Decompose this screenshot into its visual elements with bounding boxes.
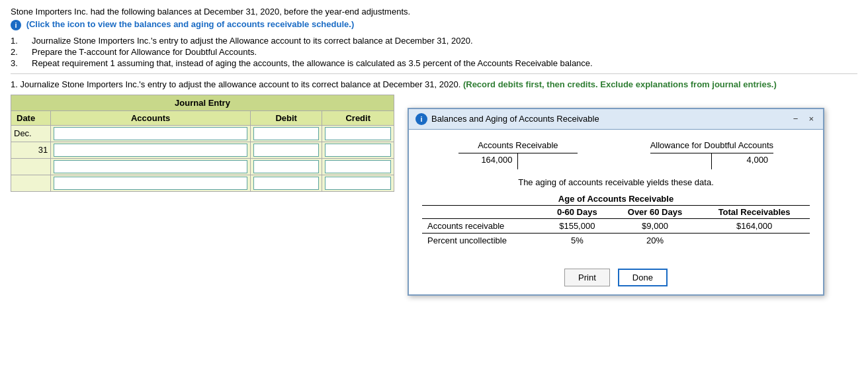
- instruction-item-2: 2. Prepare the T-account for Allowance f…: [11, 47, 857, 57]
- date-month-2: [11, 158, 51, 175]
- accounts-input-3[interactable]: [54, 177, 247, 190]
- aging-row1-col1: $155,000: [543, 218, 611, 233]
- popup-dialog: i Balances and Aging of Accounts Receiva…: [408, 108, 824, 296]
- ar-right-value: [518, 153, 578, 169]
- info-icon[interactable]: i: [11, 20, 21, 30]
- t-account-allowance: Allowance for Doubtful Accounts 4,000: [650, 140, 773, 169]
- intro-text: Stone Importers Inc. had the following b…: [11, 7, 410, 17]
- popup-header: i Balances and Aging of Accounts Receiva…: [409, 109, 823, 130]
- aging-col-header-row: 0-60 Days Over 60 Days Total Receivables: [422, 205, 810, 218]
- instructions-list: 1. Journalize Stone Importers Inc.'s ent…: [11, 36, 857, 68]
- credit-input-1[interactable]: [325, 127, 391, 140]
- instruction-item-1: 1. Journalize Stone Importers Inc.'s ent…: [11, 36, 857, 46]
- aging-row2-col3: [699, 233, 810, 247]
- debit-input-1[interactable]: [253, 127, 320, 140]
- col-header-3: Total Receivables: [699, 205, 810, 218]
- done-button[interactable]: Done: [618, 269, 668, 286]
- debit-cell-3[interactable]: [250, 175, 322, 191]
- intro-paragraph: Stone Importers Inc. had the following b…: [11, 7, 857, 17]
- debit-cell-1[interactable]: [250, 125, 322, 142]
- date-day-1: 31: [11, 142, 51, 158]
- instruction-num-1: 1.: [11, 36, 32, 46]
- popup-overlay: i Balances and Aging of Accounts Receiva…: [408, 95, 857, 296]
- aging-section-header: Age of Accounts Receivable: [422, 192, 810, 206]
- ar-left-value: 164,000: [458, 153, 519, 169]
- journal-row-2: [11, 158, 394, 175]
- aging-data-row-2: Percent uncollectible 5% 20%: [422, 233, 810, 247]
- debit-input-3[interactable]: [253, 177, 320, 190]
- popup-close-button[interactable]: ×: [806, 114, 816, 124]
- ar-t-line: 164,000: [458, 153, 578, 169]
- date-month-1: Dec.: [11, 125, 51, 142]
- accounts-input-1[interactable]: [54, 127, 247, 140]
- header-accounts: Accounts: [51, 110, 251, 125]
- question1-label: 1. Journalize Stone Importers Inc.'s ent…: [11, 79, 857, 89]
- allowance-label: Allowance for Doubtful Accounts: [650, 140, 773, 150]
- journal-title-row: Journal Entry: [11, 95, 394, 110]
- aging-row2-col1: 5%: [543, 233, 611, 247]
- instruction-item-3: 3. Repeat requirement 1 assuming that, i…: [11, 58, 857, 68]
- click-link[interactable]: (Click the icon to view the balances and…: [26, 19, 355, 29]
- date-month-3: [11, 175, 51, 191]
- credit-cell-2[interactable]: [322, 158, 394, 175]
- instruction-num-3: 3.: [11, 58, 32, 68]
- debit-input-2[interactable]: [253, 160, 320, 173]
- popup-body: Accounts Receivable 164,000 Allowance fo…: [409, 130, 823, 263]
- allowance-right-value: 4,000: [712, 153, 773, 169]
- journal-row-1: Dec.: [11, 125, 394, 142]
- credit-input-3[interactable]: [325, 177, 391, 190]
- divider: [11, 73, 857, 74]
- header-credit: Credit: [322, 110, 394, 125]
- allowance-left-value: [650, 153, 713, 169]
- debit-cell-1b[interactable]: [250, 142, 322, 158]
- aging-table: Age of Accounts Receivable 0-60 Days Ove…: [422, 192, 810, 247]
- main-layout: Journal Entry Date Accounts Debit Credit…: [11, 95, 857, 296]
- t-accounts-section: Accounts Receivable 164,000 Allowance fo…: [422, 140, 810, 169]
- aging-row1-label: Accounts receivable: [422, 218, 543, 233]
- popup-header-left: i Balances and Aging of Accounts Receiva…: [415, 113, 599, 125]
- popup-footer: Print Done: [409, 263, 823, 294]
- aging-row1-col2: $9,000: [611, 218, 699, 233]
- aging-row2-col2: 20%: [611, 233, 699, 247]
- col-header-1: 0-60 Days: [543, 205, 611, 218]
- question1-text: 1. Journalize Stone Importers Inc.'s ent…: [11, 79, 460, 89]
- aging-section-header-row: Age of Accounts Receivable: [422, 192, 810, 206]
- popup-info-icon: i: [415, 113, 427, 125]
- debit-cell-2[interactable]: [250, 158, 322, 175]
- credit-cell-3[interactable]: [322, 175, 394, 191]
- popup-controls: − ×: [791, 114, 816, 124]
- journal-header-row: Date Accounts Debit Credit: [11, 110, 394, 125]
- accounts-input-2[interactable]: [54, 160, 247, 173]
- instruction-text-2: Prepare the T-account for Allowance for …: [32, 47, 857, 57]
- question1-suffix: (Record debits first, then credits. Excl…: [463, 79, 777, 89]
- debit-input-1b[interactable]: [253, 144, 320, 157]
- accounts-cell-2[interactable]: [51, 158, 251, 175]
- journal-section: Journal Entry Date Accounts Debit Credit…: [11, 95, 394, 296]
- header-date: Date: [11, 110, 51, 125]
- credit-input-2[interactable]: [325, 160, 391, 173]
- aging-row2-label: Percent uncollectible: [422, 233, 543, 247]
- aging-text: The aging of accounts receivable yields …: [422, 177, 810, 187]
- header-debit: Debit: [250, 110, 322, 125]
- credit-input-1b[interactable]: [325, 144, 391, 157]
- print-button[interactable]: Print: [564, 269, 610, 286]
- col-header-0: [422, 205, 543, 218]
- credit-cell-1[interactable]: [322, 125, 394, 142]
- journal-row-3: [11, 175, 394, 191]
- journal-row-1b: 31: [11, 142, 394, 158]
- allowance-t-line: 4,000: [650, 153, 773, 169]
- instruction-text-1: Journalize Stone Importers Inc.'s entry …: [32, 36, 857, 46]
- t-account-ar: Accounts Receivable 164,000: [458, 140, 578, 169]
- ar-label: Accounts Receivable: [458, 140, 578, 150]
- popup-minimize-button[interactable]: −: [791, 114, 801, 124]
- journal-title-cell: Journal Entry: [11, 95, 394, 110]
- accounts-input-1b[interactable]: [54, 144, 247, 157]
- accounts-cell-3[interactable]: [51, 175, 251, 191]
- col-header-2: Over 60 Days: [611, 205, 699, 218]
- accounts-cell-1[interactable]: [51, 125, 251, 142]
- aging-row1-col3: $164,000: [699, 218, 810, 233]
- popup-title: Balances and Aging of Accounts Receivabl…: [431, 114, 599, 124]
- credit-cell-1b[interactable]: [322, 142, 394, 158]
- accounts-cell-1b[interactable]: [51, 142, 251, 158]
- instruction-text-3: Repeat requirement 1 assuming that, inst…: [32, 58, 857, 68]
